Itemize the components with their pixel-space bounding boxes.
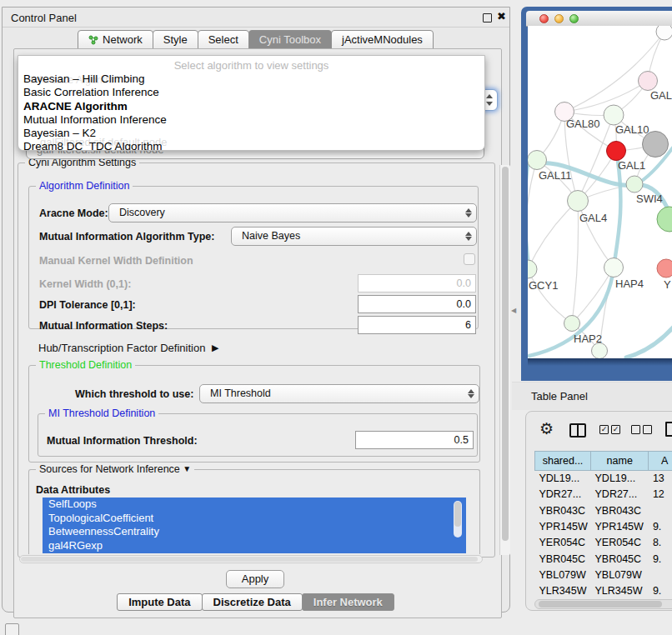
table-cell: YBL079W <box>591 567 649 582</box>
network-window-titlebar[interactable] <box>526 11 672 27</box>
split-columns-icon[interactable] <box>569 423 586 438</box>
manual-kernel-checkbox[interactable] <box>464 253 475 265</box>
tab-cyni-toolbox[interactable]: Cyni Toolbox <box>248 30 332 49</box>
tab-style[interactable]: Style <box>153 30 198 49</box>
scrollbar-thumb[interactable] <box>502 167 509 541</box>
network-edge[interactable] <box>528 269 572 323</box>
table-row[interactable]: YBL079WYBL079W <box>535 567 672 582</box>
network-node-gal10[interactable] <box>604 105 624 125</box>
select-all-icon[interactable]: ✓✓ <box>599 425 620 434</box>
settings-horizontal-scrollbar[interactable] <box>19 555 483 563</box>
tab-jactivemnodules[interactable]: jActiveMNodules <box>331 30 434 49</box>
which-threshold-select[interactable]: MI Threshold <box>199 384 479 403</box>
network-view-window: GALGAL80GAL10GAL1GAL11SWI4GAL4GCY1HAP4YH… <box>521 7 672 381</box>
network-node-gal4[interactable] <box>568 191 589 212</box>
dropdown-item-bayesian-hill-climbing[interactable]: Bayesian – Hill Climbing <box>22 72 481 86</box>
network-node-hap2[interactable] <box>564 316 580 332</box>
gear-icon[interactable]: ⚙ <box>539 420 554 438</box>
sources-group-title[interactable]: Sources for Network Inference ▼ <box>36 463 194 475</box>
column-header-a[interactable]: A <box>649 452 672 471</box>
table-row[interactable]: YDL19...YDL19...13 <box>535 471 672 487</box>
network-node-gal11[interactable] <box>528 151 547 170</box>
table-row[interactable]: YBR045CYBR045C9. <box>535 551 672 567</box>
collapse-down-icon[interactable]: ▼ <box>183 464 191 473</box>
table-cell: YLR345W <box>535 583 591 599</box>
attributes-scrollbar[interactable] <box>454 501 462 538</box>
network-edge[interactable] <box>572 201 579 323</box>
mi-threshold-field[interactable]: 0.5 <box>355 431 474 449</box>
hub-definition-toggle[interactable]: Hub/Transcription Factor Definition ▶ <box>38 342 215 354</box>
dpi-tolerance-field[interactable]: 0.0 <box>358 295 476 313</box>
node-label-hap4: HAP4 <box>615 278 644 290</box>
settings-vertical-scrollbar[interactable] <box>499 165 510 555</box>
scrollbar-thumb[interactable] <box>539 601 662 608</box>
network-canvas[interactable]: GALGAL80GAL10GAL1GAL11SWI4GAL4GCY1HAP4YH… <box>528 26 672 358</box>
network-node[interactable] <box>643 132 669 158</box>
network-node-swi4[interactable] <box>626 176 643 192</box>
network-edge[interactable] <box>528 160 537 269</box>
tab-label: Infer Network <box>313 596 383 608</box>
attribute-item-betweennesscentrality[interactable]: BetweennessCentrality <box>43 525 466 539</box>
table-toolbar: ⚙ ✓✓ <box>526 417 672 445</box>
table-row[interactable]: YER054CYER054C8. <box>535 535 672 551</box>
tab-network[interactable]: Network <box>78 30 153 49</box>
dropdown-item-mutual-information-inference[interactable]: Mutual Information Inference <box>22 113 481 127</box>
network-node-gcy1[interactable] <box>528 260 537 278</box>
minimize-traffic-light-icon[interactable] <box>554 14 564 23</box>
apply-button[interactable]: Apply <box>226 570 284 588</box>
network-node[interactable] <box>657 207 672 232</box>
zoom-traffic-light-icon[interactable] <box>569 14 579 23</box>
network-node-y[interactable] <box>657 259 672 278</box>
table-row[interactable]: YDR27...YDR27...12 <box>535 487 672 502</box>
close-icon[interactable]: ✖ <box>497 10 506 22</box>
table-row[interactable]: YLR345WYLR345W9. <box>535 583 672 599</box>
data-attributes-list: SelfLoopsTopologicalCoefficientBetweenne… <box>43 498 466 553</box>
group-title: Algorithm Definition <box>36 180 133 192</box>
network-node-gal[interactable] <box>639 72 658 91</box>
close-traffic-light-icon[interactable] <box>539 14 549 23</box>
document-icon[interactable] <box>665 422 672 437</box>
network-edge-thick[interactable] <box>528 159 530 276</box>
float-window-icon[interactable] <box>483 13 492 22</box>
split-pane-collapse-icon[interactable]: ◀ <box>511 307 516 314</box>
scrollbar-thumb[interactable] <box>21 557 478 562</box>
expand-right-icon[interactable]: ▶ <box>212 342 218 352</box>
network-node[interactable] <box>656 26 672 40</box>
tab-discretize-data[interactable]: Discretize Data <box>202 593 303 611</box>
network-edge[interactable] <box>528 201 578 269</box>
network-node[interactable] <box>592 343 608 359</box>
dropdown-item-basic-correlation-inference[interactable]: Basic Correlation Inference <box>22 86 481 99</box>
control-panel-titlebar: Control Panel ✖ <box>3 8 509 28</box>
network-edge[interactable] <box>578 201 614 268</box>
network-node-gal1[interactable] <box>607 142 626 161</box>
table-row[interactable]: YPR145WYPR145W9. <box>535 518 672 534</box>
stepper-icon <box>461 205 475 221</box>
network-edge-thick[interactable] <box>626 326 672 358</box>
column-header-name[interactable]: name <box>591 452 649 471</box>
dropdown-item-bayesian-k2[interactable]: Bayesian – K2 <box>22 127 481 140</box>
minimized-panel-icon[interactable] <box>5 623 19 635</box>
dropdown-item-dream8-dc-tdc-algorithm[interactable]: Dream8 DC_TDC Algorithm <box>22 140 481 151</box>
tab-infer-network[interactable]: Infer Network <box>302 593 394 611</box>
node-label-gal4: GAL4 <box>579 212 607 224</box>
attribute-item-topologicalcoefficient[interactable]: TopologicalCoefficient <box>43 512 466 526</box>
dropdown-hint: Select algorithm to view settings <box>18 59 484 72</box>
aracne-mode-select[interactable]: Discovery <box>108 203 477 222</box>
tab-select[interactable]: Select <box>198 30 249 49</box>
scrollbar-thumb[interactable] <box>454 502 461 527</box>
column-header-shared[interactable]: shared... <box>535 452 591 471</box>
table-row[interactable]: YBR043CYBR043C <box>535 502 672 518</box>
control-panel-tabs: NetworkStyleSelectCyni ToolboxjActiveMNo… <box>3 30 509 49</box>
table-horizontal-scrollbar[interactable] <box>534 599 672 609</box>
mi-steps-field[interactable]: 6 <box>358 316 476 334</box>
dropdown-item-aracne-algorithm[interactable]: ARACNE Algorithm <box>22 100 481 113</box>
mi-type-select[interactable]: Naive Bayes <box>231 227 477 246</box>
sources-title-text: Sources for Network Inference <box>39 463 180 475</box>
attribute-item-selfloops[interactable]: SelfLoops <box>43 498 466 512</box>
tab-impute-data[interactable]: Impute Data <box>117 593 202 611</box>
kernel-width-field[interactable]: 0.0 <box>358 274 476 292</box>
node-label-swi4: SWI4 <box>636 192 663 205</box>
deselect-all-icon[interactable] <box>631 425 652 434</box>
attribute-item-gal4rgexp[interactable]: gal4RGexp <box>43 539 466 553</box>
network-node-hap4[interactable] <box>604 258 624 278</box>
